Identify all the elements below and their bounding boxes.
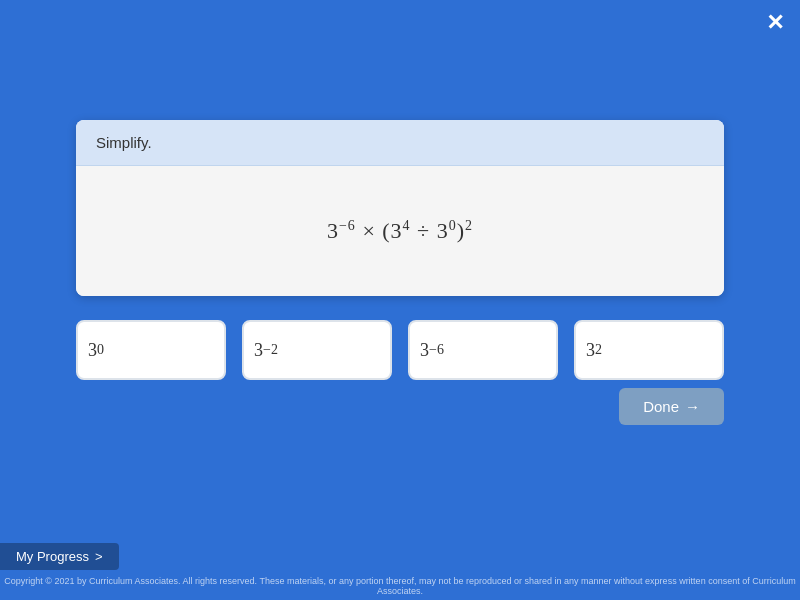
math-expression: 3−6 × (34 ÷ 30)2: [327, 218, 473, 244]
choice-1[interactable]: 30: [76, 320, 226, 380]
my-progress-bar[interactable]: My Progress >: [0, 543, 119, 570]
footer-copyright: Copyright © 2021 by Curriculum Associate…: [0, 576, 800, 596]
choice-4[interactable]: 32: [574, 320, 724, 380]
choice-2[interactable]: 3−2: [242, 320, 392, 380]
my-progress-arrow: >: [95, 549, 103, 564]
card-body: 3−6 × (34 ÷ 30)2: [76, 166, 724, 296]
choice-3[interactable]: 3−6: [408, 320, 558, 380]
my-progress-label: My Progress: [16, 549, 89, 564]
close-button[interactable]: ✕: [766, 12, 784, 34]
question-card: Simplify. 3−6 × (34 ÷ 30)2: [76, 120, 724, 296]
card-header: Simplify.: [76, 120, 724, 166]
answer-choices: 30 3−2 3−6 32: [76, 320, 724, 380]
done-button[interactable]: Done →: [619, 388, 724, 425]
